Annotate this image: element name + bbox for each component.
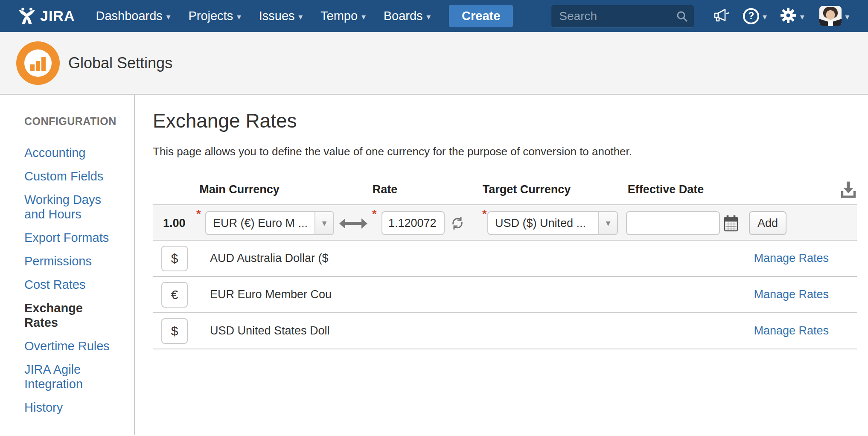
sidebar: CONFIGURATION Accounting Custom Fields W… [0,95,135,435]
target-currency-value: USD ($) United ... [488,212,598,234]
chevron-down-icon: ▾ [361,12,366,22]
admin-settings-menu[interactable]: ▾ [776,7,808,26]
megaphone-icon [713,8,730,25]
calendar-icon[interactable] [724,215,738,234]
help-icon: ? [743,8,759,24]
exchange-rates-table: Main Currency Rate Target Currency Effec… [153,177,857,349]
chevron-down-icon: ▾ [800,12,804,22]
search-input[interactable] [551,5,694,28]
currency-name: USD United States Doll [210,324,330,337]
col-rate: Rate [373,183,398,196]
menu-issues[interactable]: Issues ▾ [250,0,312,32]
chevron-down-icon: ▾ [166,12,171,22]
profile-menu[interactable]: ▾ [813,6,853,26]
currency-symbol-badge: $ [161,246,188,271]
main-menu: Dashboards ▾ Projects ▾ Issues ▾ Tempo ▾… [87,0,440,32]
menu-tempo[interactable]: Tempo ▾ [312,0,375,32]
rate-input[interactable] [382,211,445,235]
menu-label: Boards [384,9,423,23]
content-title: Exchange Rates [153,109,868,132]
sidebar-item-working-days[interactable]: Working Days and Hours [24,192,103,221]
global-settings-logo-icon [16,41,60,85]
menu-label: Issues [259,9,295,23]
page-header: Global Settings [0,32,868,95]
currency-name: EUR Euro Member Cou [210,288,332,301]
base-amount: 1.00 [163,205,186,241]
main-content: Exchange Rates This page allows you to d… [135,95,868,435]
table-row-eur: € EUR Euro Member Cou Manage Rates [153,277,857,313]
required-icon: * [196,208,201,221]
table-row-aud: $ AUD Australia Dollar ($ Manage Rates [153,241,857,277]
currency-symbol-badge: € [161,282,188,308]
chevron-down-icon: ▾ [427,12,431,22]
sidebar-item-export-formats[interactable]: Export Formats [24,230,134,245]
sidebar-item-exchange-rates[interactable]: Exchange Rates [24,301,103,330]
menu-label: Dashboards [96,9,162,23]
app-window: JIRA Dashboards ▾ Projects ▾ Issues ▾ Te… [0,0,868,436]
menu-boards[interactable]: Boards ▾ [375,0,440,32]
sidebar-item-custom-fields[interactable]: Custom Fields [24,169,134,183]
search-box [551,5,694,28]
menu-label: Projects [188,9,233,23]
required-icon: * [372,208,377,221]
add-button[interactable]: Add [749,211,786,235]
sidebar-item-overtime-rules[interactable]: Overtime Rules [24,339,134,353]
refresh-rate-icon[interactable] [450,216,465,232]
manage-rates-link[interactable]: Manage Rates [754,252,829,265]
menu-projects[interactable]: Projects ▾ [179,0,250,32]
target-currency-select[interactable]: USD ($) United ... ▾ [487,211,618,235]
brand-text: JIRA [40,8,75,24]
menu-dashboards[interactable]: Dashboards ▾ [87,0,179,32]
manage-rates-link[interactable]: Manage Rates [754,288,829,301]
help-menu[interactable]: ? ▾ [740,8,770,24]
sidebar-section-label: CONFIGURATION [24,115,134,128]
gear-icon [780,7,797,26]
search-icon [676,10,688,24]
chevron-down-icon: ▾ [315,212,333,234]
avatar [819,6,842,26]
chevron-down-icon: ▾ [299,12,303,22]
main-currency-select[interactable]: EUR (€) Euro M ... ▾ [205,211,334,235]
announcements-button[interactable] [710,8,734,25]
page-title: Global Settings [68,54,172,72]
jira-charlie-icon [17,7,37,25]
chevron-down-icon: ▾ [598,212,617,234]
chevron-down-icon: ▾ [763,12,767,22]
sidebar-item-history[interactable]: History [24,400,134,415]
col-main-currency: Main Currency [199,183,280,196]
content-description: This page allows you to define the value… [153,145,868,158]
add-rate-form-row: 1.00 * EUR (€) Euro M ... ▾ * [153,204,857,241]
main-currency-value: EUR (€) Euro M ... [206,212,315,234]
sidebar-item-cost-rates[interactable]: Cost Rates [24,277,134,292]
sidebar-item-accounting[interactable]: Accounting [24,145,134,160]
jira-logo[interactable]: JIRA [17,7,75,25]
download-icon[interactable] [840,180,857,200]
col-target-currency: Target Currency [483,183,571,196]
chevron-down-icon: ▾ [845,12,849,22]
sidebar-item-permissions[interactable]: Permissions [24,254,134,268]
col-effective-date: Effective Date [628,183,704,196]
chevron-down-icon: ▾ [237,12,241,22]
nav-icons: ? ▾ [710,6,853,26]
help-glyph: ? [748,10,754,22]
required-icon: * [482,208,487,221]
table-header: Main Currency Rate Target Currency Effec… [153,177,857,204]
table-row-usd: $ USD United States Doll Manage Rates [153,313,857,349]
top-navbar: JIRA Dashboards ▾ Projects ▾ Issues ▾ Te… [0,0,868,32]
sidebar-item-jira-agile-integration[interactable]: JIRA Agile Integration [24,362,103,391]
effective-date-input[interactable] [626,211,720,235]
currency-symbol-badge: $ [161,318,188,344]
create-button[interactable]: Create [449,5,513,27]
manage-rates-link[interactable]: Manage Rates [754,324,829,337]
menu-label: Tempo [320,9,358,23]
currency-name: AUD Australia Dollar ($ [210,252,329,265]
swap-arrow-icon [339,218,367,231]
